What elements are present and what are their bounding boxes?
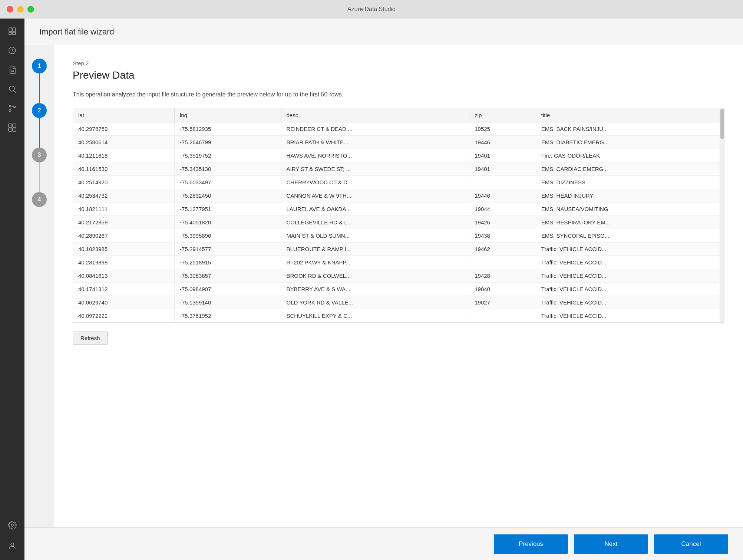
scrollbar-thumb[interactable] <box>720 109 724 139</box>
table-cell: 19426 <box>469 216 536 229</box>
table-cell: COLLEGEVILLE RD & L... <box>281 216 469 229</box>
table-cell: 40.2890267 <box>73 229 175 243</box>
table-cell: 40.1161530 <box>73 162 175 176</box>
table-row: 40.2890267-75.3995896MAIN ST & OLD SUMN.… <box>73 229 724 243</box>
table-cell <box>469 309 536 323</box>
sidebar-icon-files[interactable] <box>3 22 21 40</box>
table-cell: 40.0972222 <box>73 309 175 323</box>
svg-point-17 <box>11 524 13 526</box>
table-cell: 40.2580614 <box>73 136 175 149</box>
table-cell: 40.0841613 <box>73 269 175 283</box>
table-cell: Traffic: VEHICLE ACCID... <box>536 269 724 283</box>
sidebar <box>0 19 24 560</box>
cancel-button[interactable]: Cancel <box>654 534 728 554</box>
previous-button[interactable]: Previous <box>494 534 568 554</box>
maximize-button[interactable] <box>27 6 34 13</box>
next-button[interactable]: Next <box>574 534 648 554</box>
sidebar-icon-settings[interactable] <box>3 516 21 534</box>
table-cell: BROOK RD & COLWEL... <box>281 269 469 283</box>
table-cell: 19446 <box>469 189 536 202</box>
table-cell: EMS: CARDIAC EMERG... <box>536 162 724 176</box>
sidebar-icon-search[interactable] <box>3 80 21 98</box>
page-title: Preview Data <box>73 69 724 81</box>
table-cell: 40.2514920 <box>73 176 175 189</box>
table-cell: -75.3761952 <box>175 309 281 323</box>
table-cell: -75.6033497 <box>175 176 281 189</box>
table-row: 40.0972222-75.3761952SCHUYLKILL EXPY & C… <box>73 309 724 323</box>
table-row: 40.2978759-75.5812935REINDEER CT & DEAD … <box>73 122 724 136</box>
table-cell: 40.0629740 <box>73 296 175 309</box>
table-cell: EMS: HEAD INJURY <box>536 189 724 202</box>
table-cell: 40.1821111 <box>73 202 175 216</box>
data-table-wrapper: lat lng desc zip title 40.2978759-75.581… <box>73 108 724 323</box>
table-cell: 19040 <box>469 283 536 296</box>
step-3-line <box>39 162 40 192</box>
table-cell: EMS: DIZZINESS <box>536 176 724 189</box>
table-cell: BLUEROUTE & RAMP I... <box>281 243 469 256</box>
table-cell: 40.2319898 <box>73 256 175 269</box>
table-cell: Traffic: VEHICLE ACCID... <box>536 309 724 323</box>
table-row: 40.1211818-75.3519752HAWS AVE; NORRISTO.… <box>73 149 724 162</box>
svg-point-9 <box>9 105 11 107</box>
table-cell: -75.3083857 <box>175 269 281 283</box>
table-cell: MAIN ST & OLD SUMN... <box>281 229 469 243</box>
table-header-row: lat lng desc zip title <box>73 108 724 122</box>
close-button[interactable] <box>7 6 13 13</box>
table-cell: -75.2518915 <box>175 256 281 269</box>
col-zip: zip <box>469 108 536 122</box>
preview-table: lat lng desc zip title 40.2978759-75.581… <box>73 108 724 322</box>
svg-line-8 <box>14 91 16 93</box>
table-cell: 19525 <box>469 122 536 136</box>
table-cell: -75.1277951 <box>175 202 281 216</box>
step-1-line <box>39 73 40 103</box>
table-cell: 40.1741312 <box>73 283 175 296</box>
step-2: 2 <box>32 103 47 148</box>
sidebar-icon-history[interactable] <box>3 42 21 59</box>
table-cell: SCHUYLKILL EXPY & C... <box>281 309 469 323</box>
table-cell: -75.2646799 <box>175 136 281 149</box>
table-cell: EMS: NAUSEA/VOMITING <box>536 202 724 216</box>
table-cell <box>469 256 536 269</box>
svg-rect-3 <box>13 32 16 34</box>
svg-point-7 <box>9 86 14 91</box>
table-cell: OLD YORK RD & VALLE... <box>281 296 469 309</box>
table-cell: BRIAR PATH & WHITE... <box>281 136 469 149</box>
table-cell: 40.2978759 <box>73 122 175 136</box>
table-cell: HAWS AVE; NORRISTO... <box>281 149 469 162</box>
table-cell: 19401 <box>469 162 536 176</box>
table-row: 40.0629740-75.1359140OLD YORK RD & VALLE… <box>73 296 724 309</box>
table-row: 40.1161530-75.3435130AIRY ST & SWEDE ST;… <box>73 162 724 176</box>
wizard-content-panel: Step 2 Preview Data This operation analy… <box>54 45 743 527</box>
table-cell: -75.3519752 <box>175 149 281 162</box>
col-desc: desc <box>281 108 469 122</box>
table-cell: 40.2172859 <box>73 216 175 229</box>
table-cell: Traffic: VEHICLE ACCID... <box>536 283 724 296</box>
svg-rect-1 <box>13 28 16 32</box>
table-cell: REINDEER CT & DEAD ... <box>281 122 469 136</box>
svg-rect-13 <box>9 124 12 127</box>
table-cell: -75.2914577 <box>175 243 281 256</box>
sidebar-icon-git[interactable] <box>3 99 21 117</box>
table-cell: CANNON AVE & W 9TH... <box>281 189 469 202</box>
sidebar-icon-extensions[interactable] <box>3 119 21 136</box>
table-cell: 19462 <box>469 243 536 256</box>
sidebar-icon-account[interactable] <box>3 537 21 555</box>
svg-rect-16 <box>13 128 16 131</box>
svg-point-10 <box>9 110 11 112</box>
wizard-header: Import flat file wizard <box>24 19 743 45</box>
refresh-button[interactable]: Refresh <box>73 332 108 345</box>
minimize-button[interactable] <box>17 6 24 13</box>
table-cell: 40.2534732 <box>73 189 175 202</box>
svg-point-18 <box>11 543 14 546</box>
step-1-circle: 1 <box>32 59 47 73</box>
table-cell: Traffic: VEHICLE ACCID... <box>536 296 724 309</box>
table-cell: 40.1023985 <box>73 243 175 256</box>
table-cell: RT202 PKWY & KNAPP... <box>281 256 469 269</box>
step-3: 3 <box>32 148 47 192</box>
step-3-circle: 3 <box>32 148 47 162</box>
table-row: 40.1741312-75.0984907BYBERRY AVE & S WA.… <box>73 283 724 296</box>
table-cell: -75.1359140 <box>175 296 281 309</box>
table-body: 40.2978759-75.5812935REINDEER CT & DEAD … <box>73 122 724 323</box>
sidebar-icon-document[interactable] <box>3 61 21 79</box>
scrollbar[interactable] <box>720 108 724 322</box>
